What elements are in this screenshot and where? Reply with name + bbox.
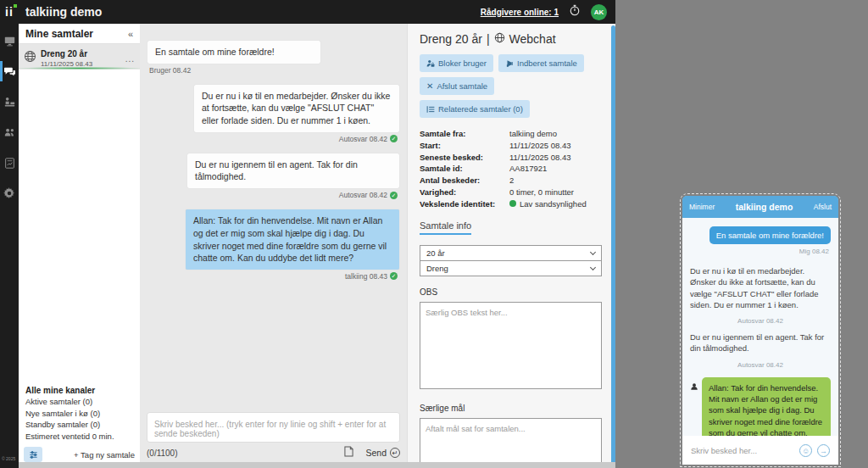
screen: ii talkiing demo Rådgivere online: 1 AK (0, 0, 868, 468)
message-bubble: Allan: Tak for din henvendelse. Mit navn… (186, 209, 399, 270)
attachment-icon[interactable] (344, 445, 353, 460)
app-title: talkiing demo (25, 5, 102, 19)
details-channel: Webchat (509, 32, 556, 46)
details-title: Dreng 20 år | Webchat (420, 32, 602, 46)
message-input[interactable] (147, 412, 400, 443)
message-meta: talkiing 08.43 (345, 272, 387, 281)
widget-header: Minimer talkiing demo Afslut (682, 196, 838, 218)
obs-label: OBS (420, 287, 602, 297)
delivered-check-icon: ✓ (390, 135, 398, 142)
agent-avatar-icon (690, 379, 698, 436)
details-title-name: Dreng 20 år (420, 32, 482, 46)
widget-system-message: Du er nu igennem til en agent. Tak for d… (690, 332, 831, 354)
chat-message-agent: Allan: Tak for din henvendelse. Mit navn… (147, 209, 399, 287)
send-button[interactable]: Send ↵ (365, 448, 400, 458)
webchat-globe-icon (24, 50, 36, 68)
chat-message-autoreply: Du er nu igennem til en agent. Tak for d… (147, 153, 399, 206)
tab-samtale-info[interactable]: Samtale info (420, 220, 471, 235)
chat-transcript: En samtale om mine forældre! Bruger 08.4… (140, 24, 407, 468)
conversation-activity-bar (19, 67, 140, 70)
block-user-button[interactable]: Bloker bruger (420, 54, 493, 72)
report-conversation-button[interactable]: Indberet samtale (498, 54, 584, 72)
goals-textarea[interactable] (420, 418, 602, 468)
widget-agent-bubble: Allan: Tak for din henvendelse. Mit navn… (702, 377, 831, 436)
widget-input-bar: ☺ → (682, 436, 838, 465)
widget-send-icon[interactable]: → (817, 444, 830, 457)
channel-stats-title: Alle mine kanaler (25, 386, 133, 395)
user-avatar[interactable]: AK (591, 4, 607, 20)
desktop-background: Minimer talkiing demo Afslut En samtale … (615, 0, 868, 468)
widget-title: talkiing demo (736, 202, 793, 212)
stopwatch-icon[interactable] (569, 4, 581, 20)
conversation-more-icon[interactable]: ... (125, 54, 135, 64)
obs-textarea[interactable] (420, 302, 602, 389)
delivered-check-icon: ✓ (390, 272, 398, 280)
conversation-fields: Samtale fra:talkiing demo Start:11/11/20… (420, 128, 602, 209)
widget-message-meta: Autosvar 08.42 (690, 361, 831, 369)
agent-status-icon[interactable] (0, 93, 19, 110)
stat-wait-time: Estimeret ventetid 0 min. (25, 431, 133, 443)
conversation-details-panel: Dreng 20 år | Webchat Bloker bruger Indb… (407, 24, 615, 468)
channel-stats: Alle mine kanaler Aktive samtaler (0) Ny… (19, 386, 140, 443)
message-bubble: Du er nu igennem til en agent. Tak for d… (187, 153, 399, 188)
window-bottom-edge (0, 462, 615, 468)
conversations-icon[interactable] (0, 63, 19, 80)
reports-icon[interactable] (0, 154, 19, 171)
stat-queued: Nye samtaler i kø (0) (25, 408, 133, 420)
enter-icon: ↵ (390, 448, 400, 458)
message-meta: Bruger 08.42 (149, 66, 191, 75)
age-select[interactable]: 20 år (420, 245, 602, 261)
emoji-icon[interactable]: ☺ (799, 444, 812, 457)
end-conversation-button[interactable]: ✕ Afslut samtale (420, 77, 494, 95)
widget-message-meta: Mig 08.42 (799, 248, 829, 255)
logo-green-dot (14, 4, 17, 8)
message-bubble: Du er nu i kø til en medarbejder. Ønsker… (194, 85, 399, 132)
widget-close-button[interactable]: Afslut (814, 203, 832, 211)
goals-label: Særlige mål (420, 404, 602, 413)
gender-select[interactable]: Dreng (420, 260, 602, 276)
filter-button[interactable] (24, 447, 42, 462)
close-icon: ✕ (426, 81, 433, 91)
chevron-down-icon (590, 249, 596, 255)
copyright-label: © 2025 (2, 456, 15, 461)
widget-transcript: En samtale om mine forældre! Mig 08.42 D… (682, 218, 838, 436)
visitor-chat-widget: Minimer talkiing demo Afslut En samtale … (682, 196, 838, 465)
related-conversations-button[interactable]: Relaterede samtaler (0) (420, 100, 530, 118)
dashboard-icon[interactable] (0, 32, 19, 49)
widget-system-message: Du er nu i kø til en medarbejder. Ønsker… (690, 265, 831, 310)
widget-message-input[interactable] (691, 446, 776, 455)
widget-minimize-button[interactable]: Minimer (689, 203, 715, 211)
take-new-conversation-button[interactable]: + Tag ny samtale (74, 450, 135, 460)
stat-standby: Standby samtaler (0) (25, 419, 133, 431)
message-meta: Autosvar 08.42 (339, 135, 387, 143)
delivered-check-icon: ✓ (390, 192, 398, 199)
chevron-down-icon (590, 265, 596, 270)
conversations-panel: Mine samtaler « Dreng 20 år 11/11/2025 0… (19, 24, 140, 468)
low-probability-indicator (509, 200, 516, 207)
advisors-online-link[interactable]: Rådgivere online: 1 (481, 8, 559, 17)
message-bubble: En samtale om mine forældre! (147, 41, 320, 64)
chat-message-autoreply: Du er nu i kø til en medarbejder. Ønsker… (147, 85, 399, 150)
stat-active: Aktive samtaler (0) (25, 396, 133, 408)
collapse-panel-icon[interactable]: « (128, 29, 133, 39)
nav-rail: © 2025 (0, 24, 19, 468)
talkiing-logo[interactable]: ii (0, 6, 19, 18)
users-icon[interactable] (0, 124, 19, 141)
widget-user-bubble: En samtale om mine forældre! (709, 226, 831, 244)
char-counter: (0/1100) (147, 448, 178, 458)
top-bar: ii talkiing demo Rådgivere online: 1 AK (0, 0, 615, 24)
chat-message-user: En samtale om mine forældre! Bruger 08.4… (147, 41, 399, 81)
message-meta: Autosvar 08.42 (339, 191, 387, 199)
conversation-list-item[interactable]: Dreng 20 år 11/11/2025 08.43 ... (19, 44, 140, 70)
settings-icon[interactable] (0, 185, 19, 202)
webchat-globe-icon (494, 32, 505, 46)
conversation-name: Dreng 20 år (41, 49, 92, 58)
widget-message-meta: Autosvar 08.42 (690, 317, 831, 325)
conversations-panel-title: Mine samtaler (25, 28, 93, 40)
